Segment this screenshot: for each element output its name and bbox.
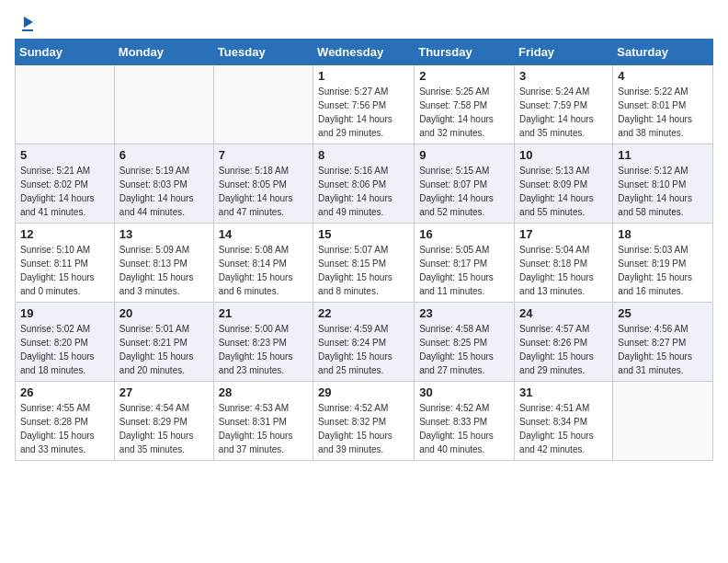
- calendar-cell: [16, 65, 115, 144]
- calendar-cell: 14Sunrise: 5:08 AM Sunset: 8:14 PM Dayli…: [213, 224, 313, 303]
- day-number: 8: [318, 148, 409, 162]
- calendar-table: SundayMondayTuesdayWednesdayThursdayFrid…: [15, 39, 713, 461]
- day-info: Sunrise: 5:09 AM Sunset: 8:13 PM Dayligh…: [119, 243, 209, 298]
- day-number: 6: [119, 148, 209, 162]
- day-number: 21: [219, 306, 308, 320]
- calendar-cell: [114, 65, 213, 144]
- day-number: 18: [618, 227, 708, 241]
- calendar-week-5: 26Sunrise: 4:55 AM Sunset: 8:28 PM Dayli…: [16, 382, 713, 461]
- calendar-cell: 11Sunrise: 5:12 AM Sunset: 8:10 PM Dayli…: [613, 144, 713, 224]
- calendar-cell: 27Sunrise: 4:54 AM Sunset: 8:29 PM Dayli…: [114, 382, 213, 461]
- day-info: Sunrise: 4:55 AM Sunset: 8:28 PM Dayligh…: [20, 401, 109, 456]
- day-number: 5: [20, 148, 109, 162]
- day-number: 7: [219, 148, 308, 162]
- day-number: 28: [219, 385, 308, 399]
- day-info: Sunrise: 4:51 AM Sunset: 8:34 PM Dayligh…: [519, 401, 608, 456]
- calendar-cell: 17Sunrise: 5:04 AM Sunset: 8:18 PM Dayli…: [515, 224, 613, 303]
- day-number: 2: [419, 69, 509, 83]
- weekday-header-friday: Friday: [515, 40, 613, 65]
- calendar-cell: 22Sunrise: 4:59 AM Sunset: 8:24 PM Dayli…: [313, 303, 415, 382]
- day-info: Sunrise: 5:12 AM Sunset: 8:10 PM Dayligh…: [618, 164, 708, 219]
- calendar-cell: 3Sunrise: 5:24 AM Sunset: 7:59 PM Daylig…: [515, 65, 613, 144]
- day-number: 17: [519, 227, 608, 241]
- day-info: Sunrise: 5:22 AM Sunset: 8:01 PM Dayligh…: [618, 85, 708, 140]
- calendar-cell: 31Sunrise: 4:51 AM Sunset: 8:34 PM Dayli…: [515, 382, 613, 461]
- day-info: Sunrise: 5:02 AM Sunset: 8:20 PM Dayligh…: [20, 322, 109, 377]
- day-number: 1: [318, 69, 409, 83]
- day-info: Sunrise: 5:00 AM Sunset: 8:23 PM Dayligh…: [219, 322, 308, 377]
- day-info: Sunrise: 4:52 AM Sunset: 8:32 PM Dayligh…: [318, 401, 409, 456]
- calendar-cell: 9Sunrise: 5:15 AM Sunset: 8:07 PM Daylig…: [415, 144, 515, 224]
- logo-arrow-icon: [24, 17, 33, 28]
- calendar-cell: 21Sunrise: 5:00 AM Sunset: 8:23 PM Dayli…: [213, 303, 313, 382]
- day-number: 31: [519, 385, 608, 399]
- day-info: Sunrise: 4:54 AM Sunset: 8:29 PM Dayligh…: [119, 401, 209, 456]
- day-number: 3: [519, 69, 608, 83]
- day-info: Sunrise: 5:27 AM Sunset: 7:56 PM Dayligh…: [318, 85, 409, 140]
- day-number: 10: [519, 148, 608, 162]
- calendar-cell: 16Sunrise: 5:05 AM Sunset: 8:17 PM Dayli…: [415, 224, 515, 303]
- logo-underline: [22, 29, 33, 31]
- logo: [22, 17, 33, 31]
- day-number: 16: [419, 227, 509, 241]
- calendar-cell: 15Sunrise: 5:07 AM Sunset: 8:15 PM Dayli…: [313, 224, 415, 303]
- calendar-cell: 29Sunrise: 4:52 AM Sunset: 8:32 PM Dayli…: [313, 382, 415, 461]
- calendar-week-4: 19Sunrise: 5:02 AM Sunset: 8:20 PM Dayli…: [16, 303, 713, 382]
- day-number: 14: [219, 227, 308, 241]
- page-header: [0, 0, 728, 39]
- day-info: Sunrise: 5:21 AM Sunset: 8:02 PM Dayligh…: [20, 164, 109, 219]
- day-number: 25: [618, 306, 708, 320]
- day-number: 11: [618, 148, 708, 162]
- calendar-week-2: 5Sunrise: 5:21 AM Sunset: 8:02 PM Daylig…: [16, 144, 713, 224]
- weekday-header-monday: Monday: [114, 40, 213, 65]
- calendar-cell: 5Sunrise: 5:21 AM Sunset: 8:02 PM Daylig…: [16, 144, 115, 224]
- calendar-cell: 30Sunrise: 4:52 AM Sunset: 8:33 PM Dayli…: [415, 382, 515, 461]
- weekday-header-tuesday: Tuesday: [213, 40, 313, 65]
- calendar-cell: 20Sunrise: 5:01 AM Sunset: 8:21 PM Dayli…: [114, 303, 213, 382]
- weekday-header-wednesday: Wednesday: [313, 40, 415, 65]
- day-number: 12: [20, 227, 109, 241]
- day-info: Sunrise: 5:18 AM Sunset: 8:05 PM Dayligh…: [219, 164, 308, 219]
- weekday-header-sunday: Sunday: [16, 40, 115, 65]
- calendar-cell: 8Sunrise: 5:16 AM Sunset: 8:06 PM Daylig…: [313, 144, 415, 224]
- day-info: Sunrise: 5:15 AM Sunset: 8:07 PM Dayligh…: [419, 164, 509, 219]
- calendar-cell: 10Sunrise: 5:13 AM Sunset: 8:09 PM Dayli…: [515, 144, 613, 224]
- day-info: Sunrise: 5:16 AM Sunset: 8:06 PM Dayligh…: [318, 164, 409, 219]
- day-info: Sunrise: 4:52 AM Sunset: 8:33 PM Dayligh…: [419, 401, 509, 456]
- calendar-cell: 12Sunrise: 5:10 AM Sunset: 8:11 PM Dayli…: [16, 224, 115, 303]
- calendar-cell: [613, 382, 713, 461]
- day-number: 22: [318, 306, 409, 320]
- day-number: 23: [419, 306, 509, 320]
- calendar-cell: [213, 65, 313, 144]
- day-number: 30: [419, 385, 509, 399]
- day-info: Sunrise: 5:13 AM Sunset: 8:09 PM Dayligh…: [519, 164, 608, 219]
- day-info: Sunrise: 5:19 AM Sunset: 8:03 PM Dayligh…: [119, 164, 209, 219]
- day-number: 20: [119, 306, 209, 320]
- calendar-week-1: 1Sunrise: 5:27 AM Sunset: 7:56 PM Daylig…: [16, 65, 713, 144]
- calendar-cell: 25Sunrise: 4:56 AM Sunset: 8:27 PM Dayli…: [613, 303, 713, 382]
- calendar-cell: 7Sunrise: 5:18 AM Sunset: 8:05 PM Daylig…: [213, 144, 313, 224]
- day-info: Sunrise: 5:01 AM Sunset: 8:21 PM Dayligh…: [119, 322, 209, 377]
- weekday-header-saturday: Saturday: [613, 40, 713, 65]
- weekday-header-row: SundayMondayTuesdayWednesdayThursdayFrid…: [16, 40, 713, 65]
- day-info: Sunrise: 4:57 AM Sunset: 8:26 PM Dayligh…: [519, 322, 608, 377]
- day-info: Sunrise: 4:53 AM Sunset: 8:31 PM Dayligh…: [219, 401, 308, 456]
- calendar-cell: 23Sunrise: 4:58 AM Sunset: 8:25 PM Dayli…: [415, 303, 515, 382]
- day-info: Sunrise: 5:05 AM Sunset: 8:17 PM Dayligh…: [419, 243, 509, 298]
- calendar-cell: 26Sunrise: 4:55 AM Sunset: 8:28 PM Dayli…: [16, 382, 115, 461]
- day-info: Sunrise: 5:07 AM Sunset: 8:15 PM Dayligh…: [318, 243, 409, 298]
- day-info: Sunrise: 5:08 AM Sunset: 8:14 PM Dayligh…: [219, 243, 308, 298]
- day-info: Sunrise: 4:58 AM Sunset: 8:25 PM Dayligh…: [419, 322, 509, 377]
- calendar-cell: 18Sunrise: 5:03 AM Sunset: 8:19 PM Dayli…: [613, 224, 713, 303]
- day-number: 26: [20, 385, 109, 399]
- calendar-cell: 13Sunrise: 5:09 AM Sunset: 8:13 PM Dayli…: [114, 224, 213, 303]
- day-number: 24: [519, 306, 608, 320]
- day-number: 27: [119, 385, 209, 399]
- day-info: Sunrise: 5:03 AM Sunset: 8:19 PM Dayligh…: [618, 243, 708, 298]
- day-info: Sunrise: 5:04 AM Sunset: 8:18 PM Dayligh…: [519, 243, 608, 298]
- day-info: Sunrise: 5:10 AM Sunset: 8:11 PM Dayligh…: [20, 243, 109, 298]
- day-info: Sunrise: 5:24 AM Sunset: 7:59 PM Dayligh…: [519, 85, 608, 140]
- day-number: 13: [119, 227, 209, 241]
- day-number: 9: [419, 148, 509, 162]
- calendar-week-3: 12Sunrise: 5:10 AM Sunset: 8:11 PM Dayli…: [16, 224, 713, 303]
